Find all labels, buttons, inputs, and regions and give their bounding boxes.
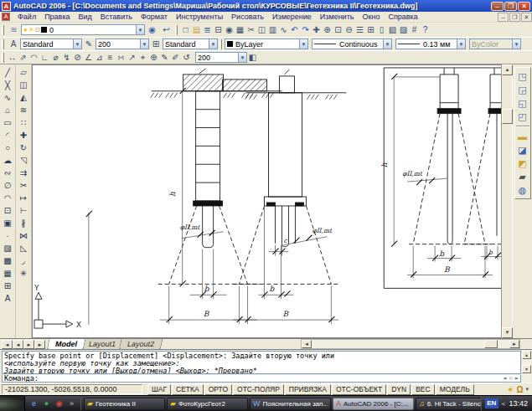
command-scroll-left-icon[interactable]: ◄ [503,375,506,382]
text-style-icon[interactable]: A [7,38,20,50]
chevron-down-icon[interactable]: ▼ [299,39,307,49]
tab-layout2[interactable]: Layout2 [119,339,163,350]
chevron-down-icon[interactable]: ▼ [209,39,217,49]
hatch-icon[interactable]: ▨ [1,242,15,254]
new-icon[interactable]: □ [180,23,191,36]
dim-ordinate-icon[interactable]: ∟ [39,51,50,64]
cut-icon[interactable]: ✂ [245,23,256,36]
start-button[interactable] [0,396,25,411]
layout-sheet-icon-1[interactable]: ◪ [516,143,529,157]
toolbar-grip[interactable] [175,25,178,35]
scale-icon[interactable]: ◹ [17,154,31,167]
table-style-icon[interactable]: ⊞ [149,38,163,50]
menu-insert[interactable]: Вставить [96,13,137,21]
vertical-scroll-thumb[interactable] [502,109,513,124]
command-history[interactable]: Specify base point or [Displacement] <Di… [2,351,521,374]
calculator-icon[interactable]: # [409,23,420,36]
point-icon[interactable]: ∙ [1,229,15,242]
overlap-windows-icon-1[interactable]: ◳ [516,69,529,83]
dim-edit-icon[interactable]: ✎ [159,51,170,64]
polygon-icon[interactable]: ⌂ [1,104,15,116]
horizontal-scrollbar[interactable]: ◄ ► [301,339,520,349]
tab-model[interactable]: Model [47,339,86,350]
menu-draw[interactable]: Рисовать [227,13,268,21]
command-scroll-up-icon[interactable]: ▲ [522,351,531,359]
dim-linear-icon[interactable]: ↔ [7,51,18,64]
mdi-minimize-button[interactable]: – [498,13,509,22]
dim-diameter-icon[interactable]: ⊘ [72,51,83,64]
scroll-left-icon[interactable]: ◄ [302,340,312,348]
layer-properties-icon[interactable]: ≋ [7,23,21,36]
task-fotokursgeot2-folder[interactable]: ▰ФотоКурсГеот2 [167,398,248,410]
chevron-down-icon[interactable]: ▼ [140,39,148,49]
paste-icon[interactable]: ▥ [267,23,278,36]
toolbar-grip[interactable] [2,25,4,35]
make-block-icon[interactable]: ▣ [1,217,15,229]
layout-sheet-icon-2[interactable]: ◩ [516,157,529,170]
mirror-icon[interactable]: ◭ [17,91,31,104]
table-style-dropdown[interactable]: Standard ▼ [163,39,218,49]
command-scroll-right-icon[interactable]: ► [515,375,519,382]
join-icon[interactable]: ⋈ [17,229,31,242]
mdi-restore-button[interactable]: ❐ [509,13,520,22]
dim-toolbar-style-dropdown[interactable]: 200 ▼ [195,52,247,63]
make-object-layer-current-icon[interactable]: ◉ [145,23,159,36]
array-icon[interactable]: ∷ [17,116,31,129]
mdi-close-button[interactable]: ✕ [521,13,532,22]
pan-icon[interactable]: ✚ [311,23,322,36]
toolbar-lock-icon[interactable]: Ω [516,385,523,394]
line-icon[interactable]: ╱ [1,66,15,79]
tray-chevron-icon[interactable]: < [502,400,506,408]
dim-continue-icon[interactable]: ∺ [116,51,127,64]
tool-palettes-icon[interactable]: ▯ [376,23,387,36]
dim-style-manager-icon[interactable]: ◧ [247,51,258,64]
erase-icon[interactable]: ▱ [17,66,31,79]
extend-icon[interactable]: ↦ [17,192,31,204]
yellow-bar-tool-icon[interactable]: ▬ [516,130,529,143]
tab-nav-next[interactable]: ► [23,340,34,349]
dim-text-edit-icon[interactable]: ✐ [170,51,181,64]
plot-preview-icon[interactable]: ◉ [224,23,235,36]
zoom-sheet-icon[interactable]: ◍ [516,183,529,197]
scroll-down-icon[interactable]: ▼ [502,327,513,338]
chevron-down-icon[interactable]: ▼ [73,39,81,49]
lineweight-dropdown[interactable]: 0.13 мм ▼ [395,39,466,49]
arc-icon[interactable]: ◜ [1,129,15,141]
quick-leader-icon[interactable]: ↗ [127,51,137,64]
chevron-down-icon[interactable]: ▼ [457,39,465,49]
rotate-icon[interactable]: ↻ [17,141,31,154]
linetype-dropdown[interactable]: Continuous ▼ [312,39,392,49]
menu-edit[interactable]: Правка [40,13,74,21]
title-bar[interactable]: A AutoCAD 2006 - [C:\Documents and Setti… [0,0,532,12]
toggle-snap[interactable]: ШАГ [147,384,171,395]
quick-dimension-icon[interactable]: ⊿ [94,51,105,64]
explode-icon[interactable]: ✳ [17,267,31,280]
communication-center-icon[interactable]: ✶ [507,385,514,394]
toggle-lwt[interactable]: ВЕС [411,384,434,395]
quicklaunch-green-app-icon[interactable]: ● [41,398,52,409]
dim-aligned-icon[interactable]: ⇗ [18,51,28,64]
language-indicator[interactable]: EN [485,398,498,408]
ellipse-arc-icon[interactable]: ◠ [1,192,15,204]
properties-icon[interactable]: ☰ [354,23,365,36]
drawing-canvas[interactable]: h φII,mt b B b B c φII,mt h φII,mt b B b… [32,64,501,338]
scroll-right-icon[interactable]: ► [509,340,519,348]
tab-nav-prev[interactable]: ◄ [13,340,23,349]
scroll-up-icon[interactable]: ▲ [502,64,513,75]
ellipse-icon[interactable]: ∅ [1,179,15,192]
dim-jogged-icon[interactable]: ↯ [61,51,72,64]
tab-nav-last[interactable]: ► [34,340,45,349]
toggle-otrack[interactable]: ОТС-ОБЪЕКТ [332,384,386,395]
menu-help[interactable]: Справка [384,13,421,21]
copy-object-icon[interactable]: ◫ [17,79,31,91]
multiline-text-icon[interactable]: A [1,292,15,305]
circle-icon[interactable]: ○ [1,141,15,154]
sheetset-manager-icon[interactable]: ▧ [387,23,398,36]
offset-icon[interactable]: ≋ [17,104,31,116]
toggle-grid[interactable]: СЕТКА [172,384,204,395]
dim-style-dropdown[interactable]: 200 ▼ [96,39,149,49]
text-style-dropdown[interactable]: Standard ▼ [20,39,82,49]
color-dropdown[interactable]: ByLayer ▼ [225,39,308,49]
redo-icon[interactable]: ↷ [300,23,311,36]
stretch-icon[interactable]: ⇉ [17,167,31,179]
